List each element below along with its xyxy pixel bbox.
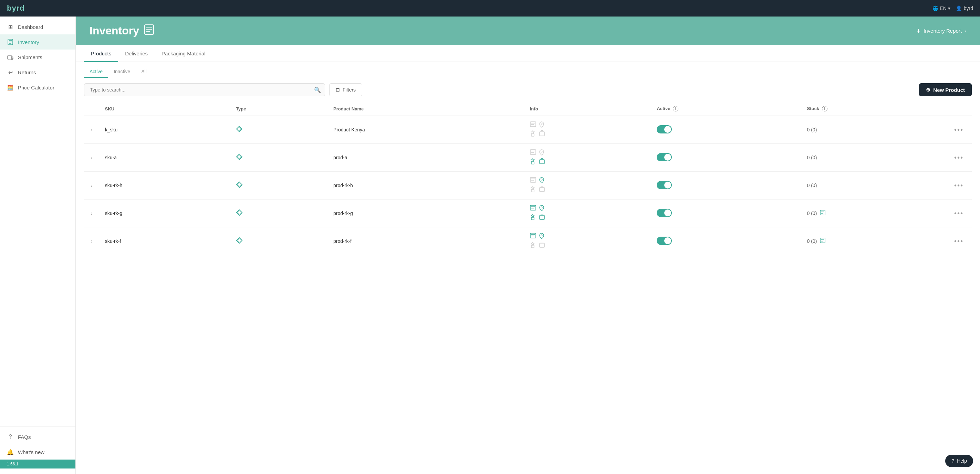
- row-product-name-cell: Product Kenya: [328, 116, 525, 144]
- col-product-name: Product Name: [328, 102, 525, 116]
- row-product-name-cell: prod-rk-f: [328, 227, 525, 255]
- row-actions-cell: •••: [946, 144, 972, 172]
- dashboard-icon: ⊞: [7, 24, 14, 30]
- gift-icon: [539, 186, 546, 193]
- stock-value: 0 (0): [807, 127, 940, 132]
- search-box: 🔍: [84, 83, 325, 96]
- row-sku-cell: k_sku: [100, 116, 231, 144]
- row-expand-cell: ›: [84, 144, 100, 172]
- svg-rect-33: [531, 217, 534, 220]
- more-actions-button[interactable]: •••: [951, 180, 966, 191]
- tab-inactive[interactable]: Inactive: [108, 66, 136, 78]
- chevron-down-icon: ▾: [948, 5, 950, 11]
- svg-point-41: [541, 235, 542, 236]
- active-toggle[interactable]: [657, 237, 672, 245]
- active-toggle[interactable]: [657, 153, 672, 161]
- expand-button[interactable]: ›: [89, 181, 94, 190]
- sidebar-item-price-calculator[interactable]: 🧮 Price Calculator: [0, 80, 75, 95]
- stock-detail-icon[interactable]: [819, 209, 826, 217]
- more-actions-button[interactable]: •••: [951, 125, 966, 135]
- svg-point-26: [541, 179, 542, 180]
- language-selector[interactable]: 🌐 EN ▾: [932, 5, 950, 11]
- sidebar: ⊞ Dashboard Inventory: [0, 16, 76, 474]
- row-info-cell: [525, 116, 652, 144]
- barcode-icon: [530, 233, 538, 241]
- topnav-right: 🌐 EN ▾ 👤 byrd: [932, 5, 973, 11]
- expand-button[interactable]: ›: [89, 237, 94, 245]
- stock-value: 0 (0): [807, 183, 940, 188]
- top-navigation: byrd 🌐 EN ▾ 👤 byrd: [0, 0, 980, 16]
- more-actions-button[interactable]: •••: [951, 152, 966, 163]
- svg-point-32: [541, 207, 542, 208]
- inventory-report-button[interactable]: ⬇ Inventory Report ›: [916, 28, 966, 34]
- tab-packaging-material[interactable]: Packaging Material: [154, 45, 212, 62]
- help-icon: ?: [951, 458, 954, 464]
- svg-rect-17: [530, 150, 536, 154]
- svg-rect-11: [530, 122, 536, 127]
- sidebar-item-whats-new[interactable]: 🔔 What's new: [0, 444, 75, 460]
- expand-button[interactable]: ›: [89, 125, 94, 134]
- svg-rect-28: [539, 187, 544, 192]
- tab-deliveries[interactable]: Deliveries: [118, 45, 154, 62]
- search-icon[interactable]: 🔍: [314, 87, 321, 93]
- sidebar-item-dashboard[interactable]: ⊞ Dashboard: [0, 19, 75, 34]
- col-type: Type: [231, 102, 328, 116]
- expand-button[interactable]: ›: [89, 209, 94, 217]
- row-info-cell: [525, 144, 652, 172]
- filters-label: Filters: [343, 87, 356, 92]
- active-info-icon[interactable]: i: [673, 106, 678, 111]
- sidebar-item-inventory[interactable]: Inventory: [0, 34, 75, 49]
- report-label: Inventory Report: [924, 28, 962, 34]
- username-label: byrd: [964, 5, 973, 11]
- tab-products[interactable]: Products: [84, 45, 118, 62]
- page-title-area: Inventory: [89, 24, 154, 38]
- more-actions-button[interactable]: •••: [951, 208, 966, 219]
- svg-rect-27: [531, 190, 534, 192]
- stock-text: 0 (0): [807, 155, 817, 160]
- svg-rect-22: [539, 160, 544, 164]
- row-stock-cell: 0 (0): [802, 144, 946, 172]
- row-stock-cell: 0 (0): [802, 200, 946, 227]
- sidebar-bottom: ? FAQs 🔔 What's new 1.66.1: [0, 426, 75, 474]
- new-product-button[interactable]: ⊕ New Product: [919, 83, 972, 96]
- active-toggle[interactable]: [657, 181, 672, 189]
- search-input[interactable]: [84, 83, 325, 96]
- sidebar-item-label: What's new: [18, 449, 45, 455]
- svg-rect-42: [531, 245, 534, 248]
- globe-icon: 🌐: [932, 5, 938, 11]
- row-stock-cell: 0 (0): [802, 227, 946, 255]
- active-toggle[interactable]: [657, 125, 672, 133]
- stock-info-icon[interactable]: i: [822, 106, 827, 111]
- active-toggle[interactable]: [657, 209, 672, 217]
- stock-value: 0 (0): [807, 209, 940, 217]
- sidebar-item-shipments[interactable]: Shipments: [0, 49, 75, 65]
- row-actions-cell: •••: [946, 172, 972, 200]
- filters-button[interactable]: ⊟ Filters: [329, 83, 362, 96]
- tab-all[interactable]: All: [136, 66, 152, 78]
- svg-rect-43: [539, 243, 544, 247]
- gift-icon: [539, 214, 546, 222]
- returns-icon: ↩: [7, 69, 14, 76]
- wine-icon: [530, 214, 538, 222]
- bell-icon: 🔔: [7, 449, 14, 455]
- row-active-cell: [651, 144, 801, 172]
- row-sku-cell: sku-rk-f: [100, 227, 231, 255]
- more-actions-button[interactable]: •••: [951, 236, 966, 247]
- tab-active[interactable]: Active: [84, 66, 108, 78]
- col-stock: Stock i: [802, 102, 946, 116]
- language-label: EN: [940, 5, 946, 11]
- content-area: Products Deliveries Packaging Material A…: [76, 45, 980, 474]
- stock-detail-icon[interactable]: [819, 237, 826, 245]
- row-active-cell: [651, 227, 801, 255]
- sidebar-item-label: Returns: [18, 70, 36, 75]
- row-actions-cell: •••: [946, 200, 972, 227]
- user-menu[interactable]: 👤 byrd: [956, 5, 973, 11]
- sidebar-item-faqs[interactable]: ? FAQs: [0, 429, 75, 444]
- col-expand: [84, 102, 100, 116]
- row-sku-cell: sku-rk-g: [100, 200, 231, 227]
- help-button[interactable]: ? Help: [945, 455, 973, 467]
- col-actions: [946, 102, 972, 116]
- info-icons-grid: [530, 205, 546, 222]
- sidebar-item-returns[interactable]: ↩ Returns: [0, 65, 75, 80]
- expand-button[interactable]: ›: [89, 154, 94, 162]
